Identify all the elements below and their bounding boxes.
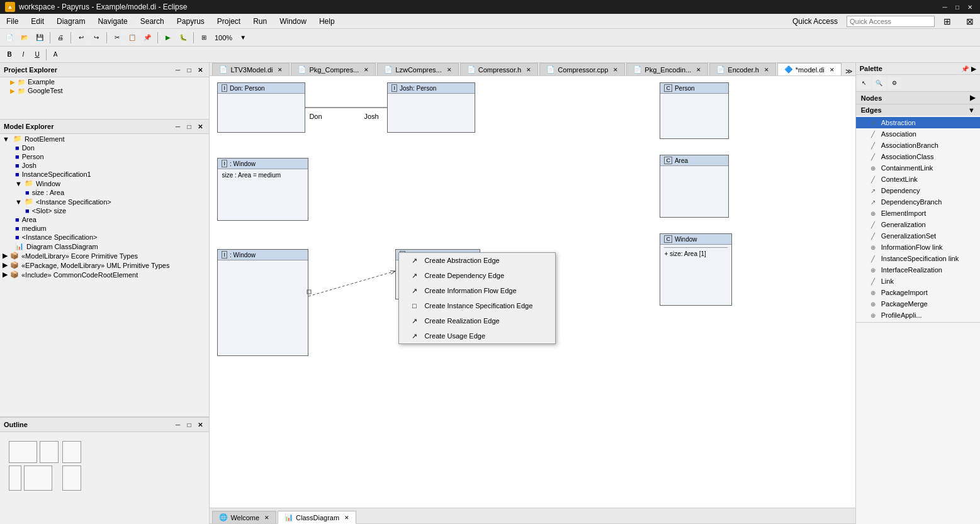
editor-tab-encoder-h[interactable]: 📄 Encoder.h ✕ (709, 63, 776, 75)
diagram-tab-classdiagram[interactable]: 📊 ClassDiagram ✕ (278, 511, 356, 524)
me-item-uml[interactable]: ▶ 📦 «EPackage, ModelLibrary» UML Primiti… (0, 260, 209, 270)
underline-button[interactable]: U (30, 48, 44, 62)
node-window2[interactable]: I : Window (217, 249, 308, 356)
print-button[interactable]: 🖨 (54, 31, 67, 45)
editor-tab-pkg-encodin[interactable]: 📄 Pkg_Encodin... ✕ (626, 63, 708, 75)
menu-run[interactable]: Run (247, 16, 273, 27)
pe-maximize-btn[interactable]: □ (184, 65, 194, 75)
me-maximize-btn[interactable]: □ (184, 121, 194, 131)
node-person[interactable]: C Person (660, 82, 729, 139)
ctx-item-instance-spec[interactable]: □ Create Instance Specification Edge (399, 298, 555, 313)
debug-button[interactable]: 🐛 (176, 31, 190, 45)
project-item-googletest[interactable]: ▶ 📁 GoogleTest (0, 86, 209, 95)
palette-item-interface-realization[interactable]: ⊕ InterfaceRealization (856, 264, 980, 276)
close-button[interactable]: ✕ (965, 2, 975, 12)
font-color[interactable]: A (48, 48, 62, 62)
tab-close-ltv3[interactable]: ✕ (278, 67, 283, 73)
palette-item-generalization[interactable]: ╱ Generalization (856, 219, 980, 230)
ctx-item-realization[interactable]: ↗ Create Realization Edge (399, 313, 555, 328)
tab-overflow-btn[interactable]: ≫ (845, 67, 853, 75)
outline-minimize[interactable]: ─ (172, 420, 183, 430)
run-button[interactable]: ▶ (161, 31, 175, 45)
palette-expand-icon[interactable]: ▶ (971, 65, 976, 72)
toolbar-icon-open-perspective[interactable]: ⊠ (960, 15, 980, 28)
me-item-don[interactable]: ■ Don (0, 143, 209, 152)
copy-button[interactable]: 📋 (125, 31, 139, 45)
me-item-include[interactable]: ▶ 📦 «Include» CommonCodeRootElement (0, 270, 209, 279)
palette-item-dependency[interactable]: ↗ Dependency (856, 185, 980, 196)
palette-item-association-branch[interactable]: ╱ AssociationBranch (856, 140, 980, 151)
palette-item-context-link[interactable]: ╱ ContextLink (856, 174, 980, 185)
me-item-window[interactable]: ▼ 📁 Window (0, 179, 209, 188)
palette-item-instance-spec-link[interactable]: ╱ InstanceSpecification link (856, 253, 980, 264)
tab-close-model-di[interactable]: ✕ (830, 67, 835, 73)
me-close-btn[interactable]: ✕ (195, 121, 205, 131)
menu-edit[interactable]: Edit (25, 16, 50, 27)
editor-tab-compressor-h[interactable]: 📄 Compressor.h ✕ (460, 63, 538, 75)
palette-item-containment-link[interactable]: ⊕ ContainmentLink (856, 162, 980, 174)
tab-close-lzw[interactable]: ✕ (447, 67, 452, 73)
menu-window[interactable]: Window (273, 16, 313, 27)
menu-papyrus[interactable]: Papyrus (171, 16, 211, 27)
maximize-button[interactable]: □ (952, 2, 962, 12)
bold-button[interactable]: B (3, 48, 16, 62)
me-item-ecore[interactable]: ▶ 📦 «ModelLibrary» Ecore Primitive Types (0, 251, 209, 260)
toolbar-icon-perspective[interactable]: ⊞ (937, 15, 957, 28)
project-item-example[interactable]: ▶ 📁 Example (0, 77, 209, 86)
me-item-person[interactable]: ■ Person (0, 152, 209, 161)
node-window1[interactable]: I : Window size : Area = medium (217, 158, 308, 221)
palette-item-link[interactable]: ╱ Link (856, 276, 980, 287)
palette-pin-icon[interactable]: 📌 (961, 65, 969, 72)
palette-item-element-import[interactable]: ⊕ ElementImport (856, 208, 980, 219)
me-item-diagram[interactable]: 📊 Diagram ClassDiagram (0, 242, 209, 251)
me-item-size-area[interactable]: ■ size : Area (0, 188, 209, 197)
zoom-fit[interactable]: ⊞ (197, 31, 211, 45)
zoom-dropdown[interactable]: ▼ (236, 31, 250, 45)
palette-section-edges-header[interactable]: Edges ▼ (856, 104, 980, 116)
me-item-instancespec-bracket[interactable]: ▼ 📁 <Instance Specification> (0, 197, 209, 206)
tab-close-encoder-h[interactable]: ✕ (764, 67, 769, 73)
minimize-button[interactable]: ─ (940, 2, 950, 12)
tab-close-welcome[interactable]: ✕ (264, 515, 269, 521)
paste-button[interactable]: 📌 (140, 31, 154, 45)
palette-item-package-merge[interactable]: ⊕ PackageMerge (856, 298, 980, 309)
menu-search[interactable]: Search (134, 16, 171, 27)
tab-close-compressor-h[interactable]: ✕ (526, 67, 531, 73)
tab-close-pkg-encodin[interactable]: ✕ (696, 67, 701, 73)
me-item-josh[interactable]: ■ Josh (0, 161, 209, 170)
palette-item-generalization-set[interactable]: ╱ GeneralizationSet (856, 230, 980, 242)
ctx-item-dependency[interactable]: ↗ Create Dependency Edge (399, 268, 555, 283)
diagram-tab-welcome[interactable]: 🌐 Welcome ✕ (212, 511, 276, 523)
open-button[interactable]: 📂 (18, 31, 31, 45)
diagram-area[interactable]: I Don: Person I Josh: Person Don Josh (210, 76, 855, 508)
me-item-instancespec2[interactable]: ■ <Instance Specification> (0, 233, 209, 242)
palette-section-nodes-header[interactable]: Nodes ▶ (856, 92, 980, 104)
pe-close-btn[interactable]: ✕ (195, 65, 205, 75)
quick-access-input[interactable] (847, 16, 935, 27)
palette-item-association[interactable]: ╱ Association (856, 128, 980, 140)
tab-close-compressor-cpp[interactable]: ✕ (613, 67, 618, 73)
editor-tab-model-di[interactable]: 🔷 *model.di ✕ (777, 63, 842, 76)
palette-settings-btn[interactable]: ⚙ (887, 76, 901, 90)
menu-project[interactable]: Project (211, 16, 247, 27)
node-don[interactable]: I Don: Person (217, 82, 305, 133)
menu-file[interactable]: File (0, 16, 25, 27)
palette-item-association-class[interactable]: ╱ AssociationClass (856, 151, 980, 162)
palette-item-profile-appli[interactable]: ⊕ ProfileAppli... (856, 309, 980, 321)
editor-tab-pkg-compres[interactable]: 📄 Pkg_Compres... ✕ (291, 63, 376, 75)
palette-item-info-flow[interactable]: ⊕ InformationFlow link (856, 242, 980, 253)
me-item-instancespec1[interactable]: ■ InstanceSpecification1 (0, 170, 209, 179)
node-area[interactable]: C Area (660, 155, 729, 218)
ctx-item-usage[interactable]: ↗ Create Usage Edge (399, 328, 555, 343)
menu-navigate[interactable]: Navigate (91, 16, 133, 27)
palette-zoom-btn[interactable]: 🔍 (872, 76, 886, 90)
me-item-medium[interactable]: ■ medium (0, 224, 209, 233)
editor-tab-lzw[interactable]: 📄 LzwCompres... ✕ (377, 63, 458, 75)
ctx-item-information-flow[interactable]: ↗ Create Information Flow Edge (399, 283, 555, 298)
palette-item-package-import[interactable]: ⊕ PackageImport (856, 287, 980, 298)
menu-diagram[interactable]: Diagram (50, 16, 91, 27)
save-button[interactable]: 💾 (33, 31, 47, 45)
pe-collapse-btn[interactable]: ─ (172, 65, 183, 75)
outline-maximize[interactable]: □ (184, 420, 194, 430)
node-window-right[interactable]: C Window + size: Area [1] (660, 233, 732, 306)
